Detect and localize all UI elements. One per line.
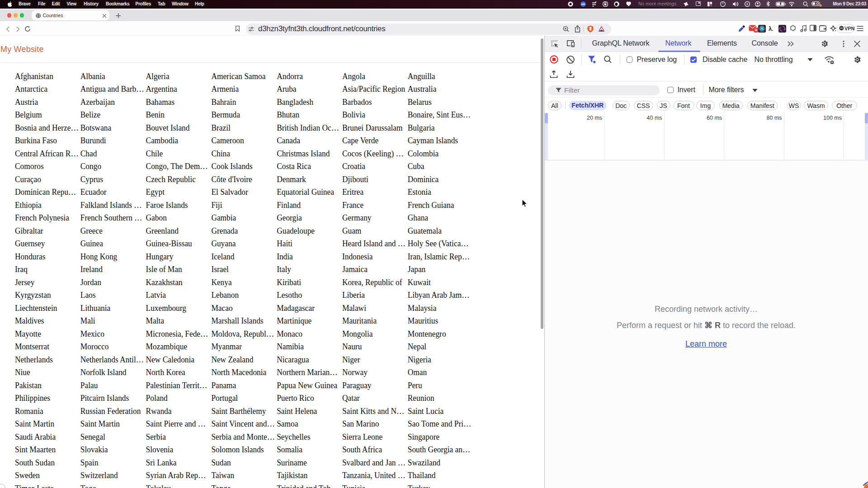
svg-text:6: 6 (755, 28, 757, 32)
svg-text:zm: zm (581, 3, 585, 5)
